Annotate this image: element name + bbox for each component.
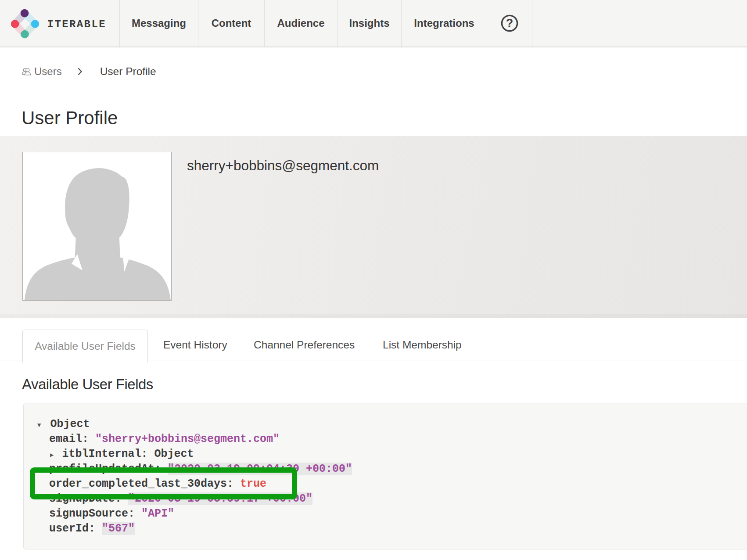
svg-text:ITERABLE: ITERABLE <box>47 18 106 30</box>
svg-text:?: ? <box>506 17 514 30</box>
